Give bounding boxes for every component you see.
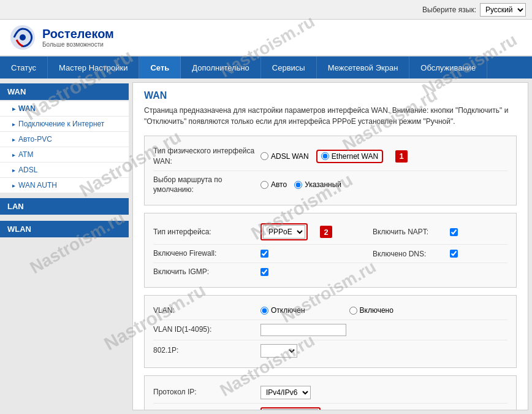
nav-services[interactable]: Сервисы xyxy=(261,56,317,79)
igmp-control xyxy=(260,268,507,276)
main-layout: WAN ▸ WAN ▸ Подключение к Интернет ▸ Авт… xyxy=(0,79,532,414)
sidebar: WAN ▸ WAN ▸ Подключение к Интернет ▸ Авт… xyxy=(0,79,129,414)
badge-1: 1 xyxy=(395,150,408,163)
adsl-wan-option[interactable]: ADSL WAN xyxy=(260,152,309,161)
vlan-row: VLAN: Отключен Включено xyxy=(153,302,507,320)
sidebar-item-pppoe-label: Подключение к Интернет xyxy=(18,120,104,128)
sidebar-section-wan[interactable]: WAN xyxy=(0,83,129,100)
app-mode-control: INTERNET TR069 VOIP OTHER xyxy=(260,407,507,410)
arrow-icon: ▸ xyxy=(12,136,15,143)
default-route-control: Авто Указанный xyxy=(260,180,507,189)
form-section-phy: Тип физического интерфейса WAN: ADSL WAN… xyxy=(144,136,517,205)
language-select[interactable]: Русский English xyxy=(480,3,526,17)
specified-route-option[interactable]: Указанный xyxy=(294,180,341,189)
ethernet-wan-radio[interactable] xyxy=(321,152,329,160)
default-route-label: Выбор маршрута по умолчанию: xyxy=(153,175,260,196)
phy-type-label: Тип физического интерфейса WAN: xyxy=(153,146,260,167)
arrow-icon: ▸ xyxy=(12,151,15,158)
form-section-protocol: Протокол IP: IPv4/IPv6 IPv4 IPv6 Режим п… xyxy=(144,375,517,410)
sidebar-section-wlan[interactable]: WLAN xyxy=(0,221,129,237)
nav-wizard[interactable]: Мастер Настройки xyxy=(48,56,139,79)
sidebar-item-wan-auth-label: WAN AUTH xyxy=(18,181,57,190)
sidebar-item-adsl-label: ADSL xyxy=(18,166,37,174)
nav-firewall[interactable]: Межсетевой Экран xyxy=(317,56,410,79)
logo-bar: Ростелеком Больше возможности xyxy=(0,20,532,56)
vlan-on-option[interactable]: Включено xyxy=(349,306,393,315)
company-name: Ростелеком xyxy=(42,27,114,41)
vlan-label: VLAN: xyxy=(153,305,260,316)
auto-route-radio[interactable] xyxy=(260,181,268,189)
internet-select-wrapper: INTERNET TR069 VOIP OTHER xyxy=(260,407,321,410)
vlan-off-radio[interactable] xyxy=(260,307,268,315)
sidebar-item-adsl[interactable]: ▸ ADSL xyxy=(0,163,129,177)
vlan-id-row: VLAN ID(1-4095): xyxy=(153,320,507,340)
vlan-on-radio[interactable] xyxy=(349,307,357,315)
vlan-id-label: VLAN ID(1-4095): xyxy=(153,324,260,335)
top-bar: Выберите язык: Русский English xyxy=(0,0,532,20)
firewall-control xyxy=(260,250,373,258)
vlan-id-input[interactable] xyxy=(260,324,346,336)
igmp-checkbox[interactable] xyxy=(260,268,268,276)
sidebar-item-auto-pvc[interactable]: ▸ Авто-PVC xyxy=(0,132,129,147)
logo-text: Ростелеком Больше возможности xyxy=(42,27,114,48)
sidebar-item-atm-label: ATM xyxy=(18,150,33,159)
vlan-control: Отключен Включено xyxy=(260,306,507,315)
arrow-icon: ▸ xyxy=(12,182,15,189)
vlan-on-label: Включено xyxy=(360,306,393,315)
pppoe-select-wrapper: PPPoE IPoA MER Bridge xyxy=(260,223,308,240)
company-tagline: Больше возможности xyxy=(42,41,114,48)
8021p-control: 0 1 2 3 4 5 6 7 xyxy=(260,344,507,358)
page-description: Страница предназначена для настройки пар… xyxy=(144,105,517,127)
page-title: WAN xyxy=(144,90,517,101)
iface-type-select[interactable]: PPPoE IPoA MER Bridge xyxy=(263,225,305,239)
napt-label: Включить NAPT: xyxy=(373,228,440,236)
svg-point-1 xyxy=(20,34,26,40)
adsl-wan-radio[interactable] xyxy=(260,152,268,160)
ethernet-wan-label: Ethernet WAN xyxy=(332,152,378,161)
8021p-select[interactable]: 0 1 2 3 4 5 6 7 xyxy=(260,344,297,358)
firewall-label: Включено Firewall: xyxy=(153,248,260,259)
napt-section: Включить NAPT: xyxy=(373,228,507,236)
dns-section: Включено DNS: xyxy=(373,250,507,258)
sidebar-item-wan[interactable]: ▸ WAN xyxy=(0,101,129,116)
napt-checkbox[interactable] xyxy=(450,228,458,236)
ethernet-wan-option[interactable]: Ethernet WAN xyxy=(316,150,383,163)
phy-type-row: Тип физического интерфейса WAN: ADSL WAN… xyxy=(153,142,507,171)
8021p-row: 802.1P: 0 1 2 3 4 5 6 7 xyxy=(153,340,507,361)
nav-network[interactable]: Сеть xyxy=(139,56,181,79)
arrow-icon: ▸ xyxy=(12,167,15,174)
protocol-control: IPv4/IPv6 IPv4 IPv6 xyxy=(260,386,507,399)
arrow-icon: ▸ xyxy=(12,105,15,112)
specified-label: Указанный xyxy=(305,180,341,189)
sidebar-item-pppoe-conn[interactable]: ▸ Подключение к Интернет xyxy=(0,117,129,131)
app-mode-select[interactable]: INTERNET TR069 VOIP OTHER xyxy=(263,409,318,410)
nav-status[interactable]: Статус xyxy=(0,56,48,79)
logo: Ростелеком Больше возможности xyxy=(9,24,114,51)
igmp-row: Включить IGMP: xyxy=(153,263,507,281)
sidebar-item-atm[interactable]: ▸ ATM xyxy=(0,147,129,162)
vlan-off-label: Отключен xyxy=(271,306,305,315)
dns-label: Включено DNS: xyxy=(373,250,440,258)
auto-route-option[interactable]: Авто xyxy=(260,180,287,189)
rostelecom-logo-icon xyxy=(9,24,36,51)
iface-type-label: Тип интерфейса: xyxy=(153,227,260,237)
iface-type-control: PPPoE IPoA MER Bridge 2 xyxy=(260,223,373,240)
sidebar-item-wan-auth[interactable]: ▸ WAN AUTH xyxy=(0,178,129,193)
protocol-select[interactable]: IPv4/IPv6 IPv4 IPv6 xyxy=(260,386,311,399)
firewall-checkbox[interactable] xyxy=(260,250,268,258)
phy-type-control: ADSL WAN Ethernet WAN 1 xyxy=(260,150,507,163)
nav-maintenance[interactable]: Обслуживание xyxy=(409,56,487,79)
sidebar-section-lan[interactable]: LAN xyxy=(0,198,129,215)
dns-checkbox[interactable] xyxy=(450,250,458,258)
vlan-off-option[interactable]: Отключен xyxy=(260,306,305,315)
nav-advanced[interactable]: Дополнительно xyxy=(181,56,261,79)
igmp-label: Включить IGMP: xyxy=(153,267,260,277)
content-area: WAN Страница предназначена для настройки… xyxy=(132,82,528,410)
protocol-label: Протокол IP: xyxy=(153,387,260,397)
specified-route-radio[interactable] xyxy=(294,181,302,189)
form-section-vlan: VLAN: Отключен Включено VLAN ID(1-4095): xyxy=(144,295,517,368)
protocol-row: Протокол IP: IPv4/IPv6 IPv4 IPv6 xyxy=(153,382,507,404)
arrow-icon: ▸ xyxy=(12,121,15,128)
sidebar-item-auto-pvc-label: Авто-PVC xyxy=(18,135,52,144)
badge-2: 2 xyxy=(320,226,332,238)
